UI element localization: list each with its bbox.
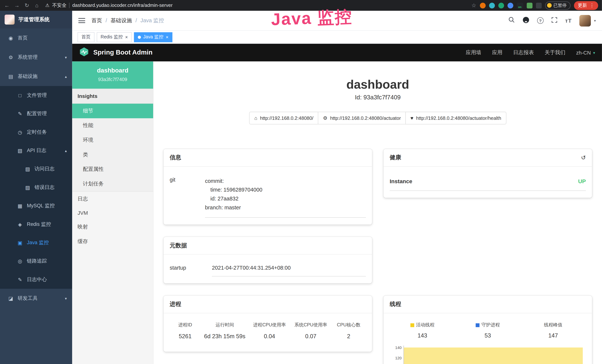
sidebar-item-system[interactable]: ⚙ 系统管理 ▾ bbox=[0, 48, 72, 67]
help-icon[interactable]: ? bbox=[537, 17, 544, 24]
emoji-icon bbox=[547, 3, 552, 8]
column-header: 进程CPU使用率 bbox=[249, 322, 290, 328]
info-row: git commit: time: 1596289704000 id: 27aa… bbox=[170, 173, 366, 218]
git-time-line: time: 1596289704000 bbox=[205, 185, 366, 194]
sidebar-item-error-log[interactable]: ▨ 错误日志 bbox=[0, 178, 72, 197]
side-item-config-properties[interactable]: 配置属性 bbox=[72, 162, 153, 177]
side-item-classes[interactable]: 类 bbox=[72, 147, 153, 162]
side-item-mappings[interactable]: 映射 bbox=[72, 220, 153, 234]
extension-icon-4[interactable] bbox=[507, 2, 513, 8]
sidebar-item-api-log[interactable]: ▧ API 日志 ▴ bbox=[0, 141, 72, 160]
legend-label: 线程峰值 bbox=[544, 322, 562, 328]
side-item-scheduled-tasks[interactable]: 计划任务 bbox=[72, 177, 153, 191]
breadcrumb-home[interactable]: 首页 bbox=[91, 17, 102, 24]
instance-id: 93a3fc7f7409 bbox=[76, 77, 150, 82]
status-badge: UP bbox=[578, 178, 586, 184]
url-text[interactable]: dashboard.yudao.iocoder.cn/infra/admin-s… bbox=[72, 3, 172, 8]
y-tick: 120 bbox=[395, 356, 402, 360]
reload-icon[interactable]: ↻ bbox=[24, 2, 30, 8]
sidebar-item-infra[interactable]: ▤ 基础设施 ▴ bbox=[0, 67, 72, 86]
extension-icon-1[interactable] bbox=[480, 2, 485, 8]
service-url-link[interactable]: ⌂ http://192.168.0.2:48080/ bbox=[249, 112, 318, 124]
github-icon[interactable] bbox=[522, 16, 529, 25]
main-column: 首页 基础设施 Java 监控 ? тT bbox=[72, 11, 602, 364]
sba-nav-applications[interactable]: 应用 bbox=[492, 49, 502, 56]
health-url-link[interactable]: ♥ http://192.168.0.2:48080/actuator/heal… bbox=[406, 112, 506, 124]
extension-icon-6[interactable] bbox=[536, 2, 542, 8]
sba-nav-journal[interactable]: 日志报表 bbox=[513, 49, 534, 56]
spring-boot-admin-logo bbox=[79, 47, 89, 58]
address-bar[interactable]: ⚠ 不安全 dashboard.yudao.iocoder.cn/infra/a… bbox=[45, 2, 172, 9]
tag-redis-monitor[interactable]: Redis 监控 × bbox=[97, 32, 132, 42]
avatar-caret-icon[interactable]: ▾ bbox=[594, 19, 596, 22]
app-logo: 芋道管理系统 bbox=[0, 11, 72, 28]
health-card: 健康 ↺ Instance UP bbox=[384, 149, 592, 198]
user-avatar[interactable] bbox=[580, 15, 591, 26]
font-size-icon[interactable]: тT bbox=[565, 17, 572, 23]
fullscreen-icon[interactable] bbox=[551, 17, 558, 24]
side-item-caches[interactable]: 缓存 bbox=[72, 234, 153, 249]
forward-icon[interactable]: → bbox=[14, 2, 20, 8]
card-body: Instance UP bbox=[384, 167, 592, 198]
side-item-jvm[interactable]: JVM bbox=[72, 206, 153, 220]
browser-home-icon[interactable]: ⌂ bbox=[34, 2, 40, 8]
sidebar-item-redis-monitor[interactable]: ◈ Redis 监控 bbox=[0, 215, 72, 234]
update-button[interactable]: 更新 ⋮ bbox=[574, 1, 598, 10]
health-row: Instance UP bbox=[390, 173, 586, 191]
sidebar-toggle-icon[interactable] bbox=[78, 18, 85, 23]
instance-title: dashboard bbox=[163, 77, 592, 92]
paused-badge[interactable]: 已暂停 bbox=[545, 1, 570, 9]
back-icon[interactable]: ← bbox=[4, 2, 10, 8]
sidebar-item-access-log[interactable]: ▨ 访问日志 bbox=[0, 160, 72, 178]
trace-icon: ◎ bbox=[17, 258, 23, 264]
sidebar-item-home[interactable]: ◉ 首页 bbox=[0, 28, 72, 48]
sidebar-item-tracing[interactable]: ◎ 链路追踪 bbox=[0, 252, 72, 270]
sba-nav-wallboard[interactable]: 应用墙 bbox=[466, 49, 481, 56]
sidebar-item-log-center[interactable]: ✎ 日志中心 bbox=[0, 270, 72, 289]
java-icon: ▣ bbox=[17, 240, 23, 246]
sidebar-item-label: 基础设施 bbox=[18, 73, 38, 80]
side-item-logs[interactable]: 日志 bbox=[72, 192, 153, 206]
sidebar-item-config-manage[interactable]: ✎ 配置管理 bbox=[0, 104, 72, 123]
sba-nav-about[interactable]: 关于我们 bbox=[545, 49, 566, 56]
extension-icon-5[interactable] bbox=[527, 2, 532, 8]
tag-home[interactable]: 首页 bbox=[77, 32, 94, 42]
sidebar-item-mysql-monitor[interactable]: ▦ MySQL 监控 bbox=[0, 197, 72, 215]
close-icon[interactable]: × bbox=[166, 34, 169, 40]
side-item-details[interactable]: 细节 bbox=[72, 104, 153, 118]
search-icon[interactable] bbox=[508, 17, 515, 24]
sidebar-item-java-monitor[interactable]: ▣ Java 监控 bbox=[0, 234, 72, 252]
actuator-url-link[interactable]: ⚙ http://192.168.0.2:48080/actuator bbox=[318, 112, 406, 124]
instance-block[interactable]: dashboard 93a3fc7f7409 bbox=[72, 61, 153, 89]
extension-on-badge[interactable]: on bbox=[516, 2, 523, 8]
close-icon[interactable]: × bbox=[125, 34, 128, 40]
card-title: 元数据 bbox=[170, 242, 187, 249]
chevron-up-icon: ▴ bbox=[65, 74, 67, 79]
legend-value: 143 bbox=[390, 332, 455, 339]
history-icon[interactable]: ↺ bbox=[581, 154, 586, 161]
breadcrumb-infra[interactable]: 基础设施 bbox=[102, 17, 132, 24]
side-item-environment[interactable]: 环境 bbox=[72, 133, 153, 147]
card-body: git commit: time: 1596289704000 id: 27aa… bbox=[163, 167, 372, 225]
bookmark-star-icon[interactable]: ☆ bbox=[472, 2, 476, 8]
language-selector[interactable]: zh-CN ▾ bbox=[576, 50, 595, 55]
info-card: 信息 git commit: time: 1596289704000 id: 2 bbox=[163, 149, 372, 225]
browser-menu-icon[interactable]: ⋮ bbox=[590, 3, 594, 8]
legend-swatch-blue bbox=[476, 323, 480, 327]
admin-sidebar: 芋道管理系统 ◉ 首页 ⚙ 系统管理 ▾ ▤ 基础设施 ▴ □ 文件管理 bbox=[0, 11, 72, 364]
legend-value: 53 bbox=[455, 332, 520, 339]
sidebar-item-label: 研发工具 bbox=[18, 295, 38, 302]
sidebar-item-dev-tools[interactable]: ◪ 研发工具 ▾ bbox=[0, 289, 72, 308]
metadata-key: startup bbox=[170, 265, 212, 277]
security-label[interactable]: 不安全 bbox=[52, 2, 66, 9]
sidebar-item-file-manage[interactable]: □ 文件管理 bbox=[0, 86, 72, 104]
legend-label: 活动线程 bbox=[416, 322, 434, 328]
sidebar-item-label: 系统管理 bbox=[18, 54, 38, 61]
sidebar-item-scheduled-jobs[interactable]: ◷ 定时任务 bbox=[0, 123, 72, 141]
extension-icon-3[interactable] bbox=[498, 2, 504, 8]
tag-java-monitor[interactable]: Java 监控 × bbox=[134, 32, 172, 42]
sidebar-item-label: API 日志 bbox=[27, 147, 46, 154]
extension-icon-2[interactable] bbox=[489, 2, 495, 8]
thread-area-series bbox=[404, 348, 583, 364]
side-item-performance[interactable]: 性能 bbox=[72, 118, 153, 133]
